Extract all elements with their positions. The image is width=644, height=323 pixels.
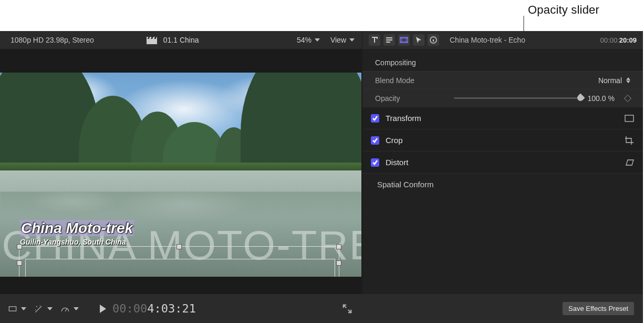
transform-tool-dropdown[interactable]	[7, 304, 26, 314]
opacity-slider[interactable]	[454, 97, 580, 99]
viewer-topbar: 1080p HD 23.98p, Stereo 01.1 China 54% V…	[0, 31, 362, 49]
info-inspector-tab[interactable]	[428, 34, 439, 46]
crop-label: Crop	[386, 136, 403, 145]
generator-inspector-tab[interactable]	[413, 34, 424, 46]
opacity-label: Opacity	[375, 94, 443, 103]
filmstrip-icon	[400, 36, 408, 44]
play-button[interactable]	[100, 305, 106, 313]
svg-rect-0	[9, 306, 16, 310]
text-t-icon	[370, 36, 379, 44]
timecode-display[interactable]: 00:004:03:21	[112, 302, 196, 315]
crop-icon[interactable]	[624, 136, 635, 145]
svg-rect-3	[625, 115, 633, 122]
distort-section[interactable]: Distort	[362, 151, 643, 173]
chevron-down-icon	[315, 38, 320, 42]
transform-label: Transform	[386, 114, 421, 123]
insp-tc-bright: 20:09	[619, 36, 637, 44]
crop-checkbox[interactable]	[371, 136, 379, 145]
distort-checkbox[interactable]	[371, 158, 379, 167]
title-bounding-box-inner[interactable]	[25, 259, 335, 277]
blend-mode-dropdown[interactable]: Normal	[598, 76, 630, 85]
project-name: 01.1 China	[163, 36, 199, 44]
chevron-down-icon	[349, 38, 355, 42]
transform-section[interactable]: Transform	[362, 107, 643, 129]
speed-gauge-icon	[60, 304, 70, 314]
title-line-1[interactable]: China Moto-trek	[20, 220, 340, 237]
opacity-value[interactable]: 100.0	[588, 94, 606, 103]
magic-wand-icon	[34, 304, 44, 314]
fullscreen-button[interactable]	[341, 303, 353, 315]
enhance-tool-dropdown[interactable]	[34, 304, 53, 314]
blend-mode-label: Blend Mode	[375, 76, 443, 85]
blend-mode-row: Blend Mode Normal	[362, 71, 643, 89]
chevron-down-icon	[21, 307, 26, 310]
timecode-bright: 4:03:21	[147, 302, 196, 315]
keyframe-button[interactable]	[624, 94, 631, 102]
spatial-conform-section[interactable]: Spatial Conform	[362, 173, 643, 195]
resize-handle[interactable]	[17, 260, 22, 266]
viewer-canvas[interactable]: CHINA MOTO-TREK China Moto-trek Guilin-Y…	[0, 73, 361, 277]
zoom-dropdown[interactable]: 54%	[297, 36, 320, 44]
blend-mode-value: Normal	[598, 76, 622, 85]
stepper-arrows-icon	[626, 77, 630, 83]
inspector-timecode: 00:00:20:09	[600, 36, 637, 44]
clapperboard-icon	[147, 36, 157, 44]
mountain-shape	[241, 73, 361, 175]
compositing-header: Compositing	[362, 49, 643, 71]
chevron-down-icon	[74, 307, 79, 310]
retime-tool-dropdown[interactable]	[60, 304, 79, 314]
inspector-clip-name: China Moto-trek - Echo	[450, 36, 596, 44]
inspector-tab-icons	[369, 34, 439, 46]
insp-tc-dim: 00:00:	[600, 36, 619, 44]
timecode-dim: 00:00	[112, 302, 147, 315]
transform-checkbox[interactable]	[371, 114, 379, 123]
app-window: 1080p HD 23.98p, Stereo 01.1 China 54% V…	[0, 31, 643, 323]
viewer-pane: CHINA MOTO-TREK China Moto-trek Guilin-Y…	[0, 49, 362, 295]
chevron-down-icon	[47, 307, 53, 310]
inspector-bottom-bar: Save Effects Preset	[362, 294, 643, 323]
transform-rect-icon[interactable]	[624, 114, 635, 123]
paragraph-inspector-tab[interactable]	[383, 34, 395, 46]
inspector-topbar: China Moto-trek - Echo 00:00:20:09	[362, 31, 643, 49]
opacity-row: Opacity 100.0 %	[362, 89, 643, 107]
info-circle-icon	[429, 36, 438, 44]
text-inspector-tab[interactable]	[369, 34, 380, 46]
video-inspector-tab[interactable]	[398, 34, 410, 46]
save-effects-preset-button[interactable]: Save Effects Preset	[562, 301, 635, 316]
crop-section[interactable]: Crop	[362, 129, 643, 151]
spatial-conform-label: Spatial Conform	[377, 180, 434, 189]
resize-handle[interactable]	[336, 260, 341, 266]
distort-trapezoid-icon[interactable]	[624, 158, 635, 167]
viewer-bottom-toolbar: 00:004:03:21	[0, 294, 362, 323]
view-label: View	[330, 36, 346, 44]
transform-rect-icon	[7, 304, 18, 314]
format-readout: 1080p HD 23.98p, Stereo	[11, 36, 94, 44]
opacity-unit: %	[608, 94, 615, 103]
title-line-2[interactable]: Guilin-Yangshuo, South China	[20, 238, 340, 246]
zoom-value: 54%	[297, 36, 311, 44]
cursor-triangle-icon	[414, 36, 423, 44]
callout-label: Opacity slider	[528, 3, 599, 17]
inspector-pane: China Moto-trek - Echo 00:00:20:09 Compo…	[362, 31, 643, 294]
title-overlay[interactable]: China Moto-trek Guilin-Yangshuo, South C…	[20, 220, 340, 246]
view-dropdown[interactable]: View	[330, 36, 355, 44]
distort-label: Distort	[386, 158, 408, 167]
slider-thumb[interactable]	[576, 94, 585, 103]
text-lines-icon	[385, 36, 393, 44]
